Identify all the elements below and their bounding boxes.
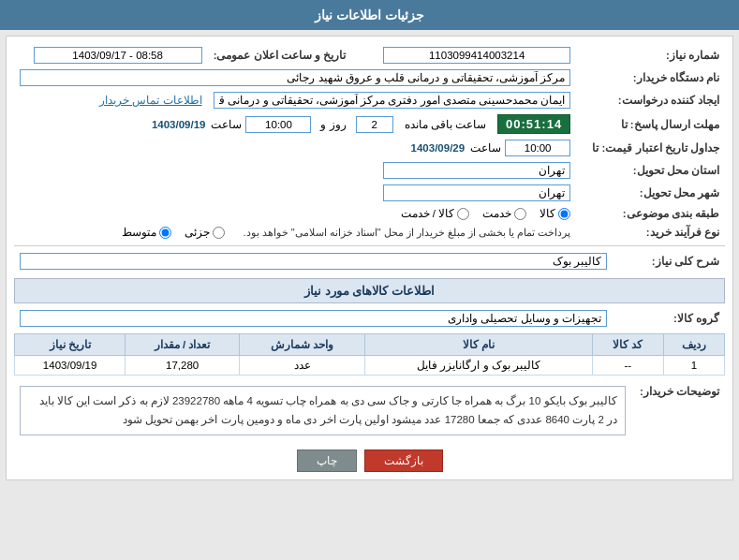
cell-radif: 1 <box>663 356 724 376</box>
page-header: جزئیات اطلاعات نیاز <box>0 0 739 30</box>
col-kod-kala: کد کالا <box>592 334 663 356</box>
roz-value-input[interactable] <box>356 116 393 133</box>
noe-mottavaset-label: متوسط <box>122 226 156 239</box>
shahr-input[interactable] <box>383 184 570 201</box>
ostan-input[interactable] <box>383 162 570 179</box>
tabaqeh-khedmat-radio[interactable] <box>514 208 526 220</box>
groupe-kala-input[interactable] <box>20 310 607 327</box>
tabaqeh-kala-radio[interactable] <box>558 208 570 220</box>
goods-info-title: اطلاعات کالاهای مورد نیاز <box>14 278 725 303</box>
tarikh-input[interactable] <box>34 47 202 64</box>
ettelaat-tamas-link[interactable]: اطلاعات تماس خریدار <box>99 95 201 106</box>
shomare-niaz-input[interactable] <box>383 47 570 64</box>
noe-jozi-label: جزئی <box>185 226 210 239</box>
nam-dastgah-value <box>14 66 576 89</box>
noe-mottavaset-radio[interactable] <box>159 227 171 239</box>
mohlat-ersal-label: مهلت ارسال پاسخ: تا <box>576 111 725 137</box>
print-button[interactable]: چاپ <box>297 449 357 472</box>
tabaqeh-khedmat-label: خدمت <box>482 207 511 220</box>
group-kala-table: گروه کالا: <box>14 307 725 330</box>
description-label: توضیحات خریدار: <box>631 379 725 442</box>
tabaqeh-kala-khedmat-radio[interactable] <box>457 208 469 220</box>
back-button[interactable]: بازگشت <box>364 449 443 472</box>
tabaqeh-kala-khedmat-option[interactable]: کالا / خدمت <box>401 207 470 220</box>
description-value: کالیبر بوک بایکو 10 برگ به همراه جا کارت… <box>14 379 631 442</box>
ijad-kon-input[interactable] <box>214 92 570 109</box>
groupe-kala-value <box>14 307 613 330</box>
col-tedad: تعداد / مقدار <box>126 334 240 356</box>
sharh-kali-label: شرح کلی نیاز: <box>613 250 725 273</box>
jadval-tarikh-date: 1403/09/29 <box>411 142 466 154</box>
col-nam-kala: نام کالا <box>365 334 593 356</box>
noe-farayand-note: پرداخت تمام یا بخشی از مبلغ خریدار از مح… <box>244 227 571 239</box>
cell-tarikhNiaz: 1403/09/19 <box>15 356 126 376</box>
tabaqeh-kala-label: کالا <box>539 207 555 220</box>
sharh-kali-table: شرح کلی نیاز: <box>14 250 725 273</box>
sharh-kali-value <box>14 250 613 273</box>
sharh-kali-input[interactable] <box>20 253 607 270</box>
jadval-tarikh-label: جداول تاریخ اعتبار قیمت: تا <box>576 137 725 159</box>
page-title: جزئیات اطلاعات نیاز <box>315 7 424 22</box>
shahr-label: شهر محل تحویل: <box>576 182 725 204</box>
noe-jozi-radio[interactable] <box>213 227 225 239</box>
mohlat-ersal-date: 1403/09/19 <box>152 119 206 130</box>
noe-farayand-value: جزئی متوسط پرداخت تمام یا بخشی از مبلغ خ… <box>14 223 576 242</box>
saat-baghi-label: ساعت باقی مانده <box>405 118 486 131</box>
ostan-label: استان محل تحویل: <box>576 159 725 182</box>
button-row: بازگشت چاپ <box>14 449 725 472</box>
tabaqeh-label: طبقه بندی موضوعی: <box>576 204 725 223</box>
ijad-kon-value <box>208 89 576 111</box>
items-table: ردیف کد کالا نام کالا واحد شمارش تعداد /… <box>14 333 725 376</box>
description-table: توضیحات خریدار: کالیبر بوک بایکو 10 برگ … <box>14 379 725 442</box>
col-vahed: واحد شمارش <box>239 334 364 356</box>
groupe-kala-label: گروه کالا: <box>613 307 725 330</box>
ijad-kon-label: ایجاد کننده درخواست: <box>576 89 725 111</box>
jadval-tarikh-value: 1403/09/29 ساعت <box>14 137 576 159</box>
jadval-saat-label: ساعت <box>470 141 501 155</box>
tabaqeh-kala-option[interactable]: کالا <box>539 207 570 220</box>
shomare-niaz-value <box>362 44 576 66</box>
cell-vahedShomarash: عدد <box>239 356 364 376</box>
tarikh-label: تاریخ و ساعت اعلان عمومی: <box>208 44 362 66</box>
timer-display: 00:51:14 <box>497 114 570 134</box>
page-container: جزئیات اطلاعات نیاز شماره نیاز: تاریخ و … <box>0 0 739 480</box>
saat-label: ساعت <box>211 118 242 131</box>
shomare-niaz-label: شماره نیاز: <box>576 44 725 66</box>
tarikh-value <box>14 44 208 66</box>
tabaqeh-options: کالا خدمت کالا / خدمت <box>14 204 576 223</box>
cell-namKala: کالیبر بوک و ارگانایزر فایل <box>365 356 593 376</box>
divider-1 <box>14 245 725 246</box>
col-tarikh: تاریخ نیاز <box>15 334 126 356</box>
noe-mottavaset-option[interactable]: متوسط <box>122 226 171 239</box>
shahr-value <box>14 182 576 204</box>
description-box: کالیبر بوک بایکو 10 برگ به همراه جا کارت… <box>20 386 626 435</box>
noe-farayand-label: نوع فرآیند خرید: <box>576 223 725 242</box>
ostan-value <box>14 159 576 182</box>
main-content: شماره نیاز: تاریخ و ساعت اعلان عمومی: نا… <box>6 36 733 480</box>
mohlat-ersal-value: 1403/09/19 ساعت روز و ساعت باقی مانده 00… <box>14 111 576 137</box>
info-table: شماره نیاز: تاریخ و ساعت اعلان عمومی: نا… <box>14 44 725 242</box>
col-radif: ردیف <box>663 334 724 356</box>
jadval-time-input[interactable] <box>505 140 570 156</box>
table-row: 1--کالیبر بوک و ارگانایزر فایلعدد17,2801… <box>15 356 725 376</box>
roz-label: روز و <box>320 118 346 131</box>
nam-dastgah-input[interactable] <box>20 69 570 86</box>
noe-jozi-option[interactable]: جزئی <box>185 226 225 239</box>
tabaqeh-kala-khedmat-label: کالا / خدمت <box>401 207 455 220</box>
tabaqeh-khedmat-option[interactable]: خدمت <box>482 207 526 220</box>
nam-dastgah-label: نام دستگاه خریدار: <box>576 66 725 89</box>
mohlat-time-input[interactable] <box>245 116 311 133</box>
cell-tedad_megdar: 17,280 <box>126 356 240 376</box>
cell-kodKala: -- <box>592 356 663 376</box>
